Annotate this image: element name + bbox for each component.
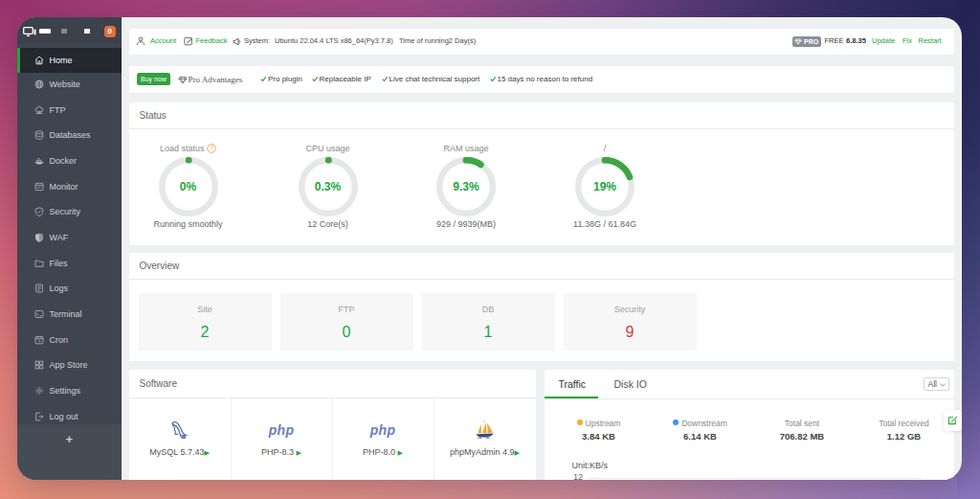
svg-text:?: ? — [210, 145, 213, 151]
